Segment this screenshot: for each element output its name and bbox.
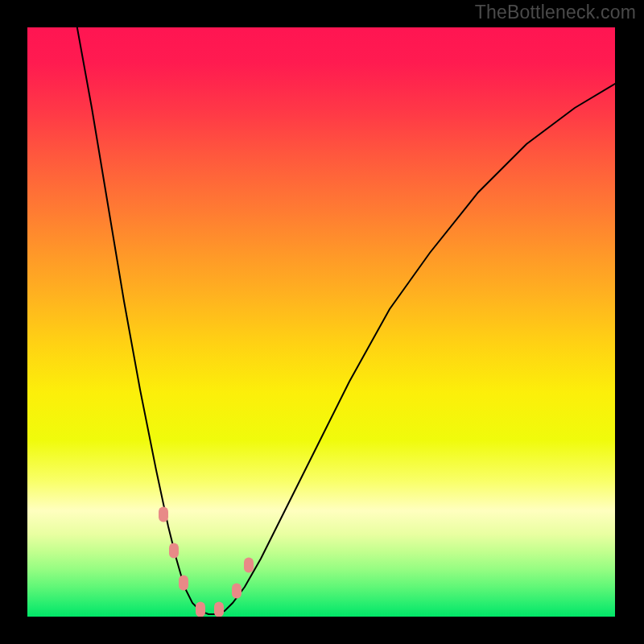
descending-marker-2 bbox=[169, 543, 179, 558]
descending-marker-1 bbox=[159, 506, 168, 522]
markers-group bbox=[159, 506, 254, 617]
curve-group bbox=[76, 27, 615, 614]
descending-marker-3 bbox=[179, 575, 188, 590]
chart-outer-frame: TheBottleneck.com bbox=[0, 0, 644, 644]
bottleneck-curve bbox=[76, 27, 615, 614]
ascending-marker-2 bbox=[244, 557, 254, 572]
plot-area bbox=[27, 27, 615, 617]
ascending-marker-1 bbox=[232, 583, 242, 598]
bottom-marker-1 bbox=[196, 601, 205, 617]
bottom-marker-2 bbox=[214, 601, 224, 617]
watermark-text: TheBottleneck.com bbox=[475, 2, 636, 23]
curve-svg bbox=[27, 27, 615, 617]
